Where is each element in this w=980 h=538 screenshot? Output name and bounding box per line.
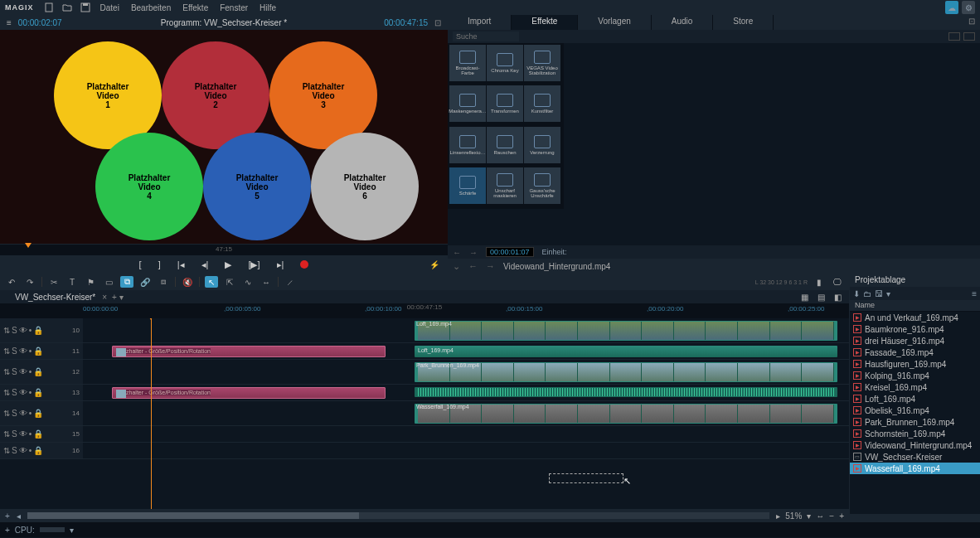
monitor-icon[interactable]: 🖵 (831, 276, 844, 288)
range-tool[interactable]: ⇱ (223, 276, 236, 288)
pointer-tool[interactable]: ↖ (205, 276, 218, 288)
mute-icon[interactable]: 🔇 (181, 276, 194, 288)
pool-item[interactable]: ▶An und Verkauf_169.mp4 (850, 312, 980, 323)
tab-add-icon[interactable]: + ▾ (112, 293, 124, 302)
ctx-collapse-icon[interactable]: ⌄ (453, 261, 460, 272)
pool-item[interactable]: ▶Videowand_Hintergrund.mp4 (850, 439, 980, 451)
group-icon[interactable]: ▭ (102, 276, 115, 288)
zoom-pct[interactable]: 51% (785, 511, 802, 521)
track-header-10[interactable]: ⇅S👁•🔒10 (0, 318, 83, 342)
fx-sharpen[interactable]: Schärfe (449, 167, 486, 204)
hscroll-left-icon[interactable]: ◂ (17, 511, 21, 521)
goto-start-icon[interactable]: |◂ (177, 259, 185, 270)
clip-park-audio[interactable] (415, 387, 837, 397)
ctx-fwd-icon[interactable]: → (486, 261, 495, 271)
param-prev-icon[interactable]: ← (453, 248, 461, 257)
param-next-icon[interactable]: → (469, 248, 478, 257)
view-grid-icon[interactable] (948, 32, 960, 41)
perf-icon[interactable]: ⚡ (429, 260, 439, 269)
pool-item[interactable]: ▶drei Häuser_916.mp4 (850, 335, 980, 347)
new-icon[interactable] (44, 2, 54, 12)
zoom-dec-icon[interactable]: − (829, 511, 834, 521)
redo-icon[interactable]: ↷ (23, 276, 36, 288)
clip-loft-audio[interactable]: Loft_169.mp4 (415, 346, 837, 357)
pool-folder-icon[interactable]: 🗀 (863, 289, 871, 298)
pool-list-icon[interactable]: ≡ (972, 289, 977, 298)
panel-close-icon[interactable]: ⊡ (963, 15, 980, 30)
track-header-16[interactable]: ⇅S👁•🔒16 (0, 443, 83, 458)
zoom-fit-icon[interactable]: ↔ (816, 511, 824, 521)
track-header-15[interactable]: ⇅S👁•🔒15 (0, 426, 83, 442)
fx-noise[interactable]: Rauschen (487, 127, 523, 163)
tracks-area[interactable]: ⇅S👁•🔒10 Loft_169.mp4 ⇅S👁•🔒11 Platzhalter… (0, 318, 849, 509)
pool-item[interactable]: ▶Schornstein_169.mp4 (850, 428, 980, 439)
h-scrollbar[interactable] (27, 512, 769, 519)
pool-save-icon[interactable]: 🖫 (875, 289, 883, 298)
fx-chromakey[interactable]: Chroma Key (487, 45, 523, 81)
save-icon[interactable] (80, 2, 90, 12)
track-header-13[interactable]: ⇅S👁•🔒13 (0, 385, 83, 400)
pool-item[interactable]: ▶Kolping_916.mp4 (850, 370, 980, 381)
tab-store[interactable]: Store (713, 15, 774, 30)
clip-wasserfall-video[interactable]: Wasserfall_169.mp4 (415, 404, 837, 424)
playhead[interactable] (151, 318, 152, 509)
close-icon[interactable]: ⊡ (434, 18, 441, 27)
tl-view-2-icon[interactable]: ▤ (814, 291, 827, 303)
zoom-inc-icon[interactable]: + (839, 511, 844, 521)
burger-icon[interactable]: ≡ (7, 18, 12, 27)
record-button[interactable] (300, 260, 308, 269)
ungroup-icon[interactable]: ⧈ (157, 276, 170, 288)
title-icon[interactable]: T (65, 276, 79, 288)
zoom-in-icon[interactable]: ▾ (807, 511, 811, 521)
tl-view-3-icon[interactable]: ◧ (831, 291, 844, 303)
track-header-11[interactable]: ⇅S👁•🔒11 (0, 343, 83, 359)
pool-item[interactable]: ▶Kreisel_169.mp4 (850, 381, 980, 393)
automation-icon[interactable]: ⟋ (284, 276, 297, 288)
clip-fx-2[interactable]: Platzhalter - Größe/Position/Rotation (112, 387, 386, 399)
pool-item[interactable]: ▶Baumkrone_916.mp4 (850, 323, 980, 335)
clip-fx-1[interactable]: Platzhalter - Größe/Position/Rotation (112, 346, 386, 357)
zoom-out-icon[interactable]: ▸ (776, 511, 780, 521)
fx-lensflare[interactable]: Linsenreflexio… (449, 127, 486, 163)
clip-park-video[interactable]: Park_Brunnen_169.mp4 (415, 362, 837, 382)
pool-more-icon[interactable]: ▾ (886, 289, 890, 298)
fx-distort[interactable]: Verzerrung (524, 127, 560, 163)
timeline-ruler[interactable]: 00:00:47:15 00:00:00:00 ,00:00:05:00 ,00… (0, 303, 849, 318)
tab-close-icon[interactable]: × (102, 293, 107, 302)
tab-import[interactable]: Import (448, 15, 512, 30)
clip-loft-video[interactable]: Loft_169.mp4 (415, 321, 837, 341)
open-icon[interactable] (62, 2, 72, 12)
preview-viewport[interactable]: PlatzhalterVideo1 PlatzhalterVideo2 Plat… (0, 30, 448, 244)
track-header-14[interactable]: ⇅S👁•🔒14 (0, 401, 83, 425)
pool-item[interactable]: ▶Loft_169.mp4 (850, 393, 980, 405)
pool-item[interactable]: ▶Obelisk_916.mp4 (850, 405, 980, 416)
preview-scrubber[interactable]: 47:15 (0, 244, 448, 255)
magnet-icon[interactable]: ⧉ (120, 276, 133, 288)
marker-icon[interactable]: ⚑ (84, 276, 97, 288)
view-list-icon[interactable] (963, 32, 975, 41)
fx-transform[interactable]: Transformen (487, 85, 523, 122)
param-timecode[interactable]: 00:00:01:07 (486, 247, 534, 257)
effects-search-input[interactable] (453, 32, 519, 41)
pool-column-name[interactable]: Name (850, 300, 980, 312)
add-track-icon[interactable]: + (5, 511, 10, 521)
meter-icon[interactable]: ▮ (813, 276, 826, 288)
menu-effects[interactable]: Effekte (182, 3, 208, 12)
pool-item[interactable]: ▶Wasserfall_169.mp4 (850, 463, 980, 474)
pool-item[interactable]: ▶Hausfiguren_169.mp4 (850, 358, 980, 370)
cut-icon[interactable]: ✂ (47, 276, 61, 288)
add-icon[interactable]: + (5, 526, 10, 535)
menu-window[interactable]: Fenster (220, 3, 248, 12)
menu-help[interactable]: Hilfe (260, 3, 276, 12)
fx-unsharpmask[interactable]: Unscharf maskieren (487, 167, 523, 204)
preview-timecode[interactable]: 00:00:02:07 (18, 18, 62, 27)
goto-end-icon[interactable]: ▸| (277, 259, 284, 270)
timeline-tab[interactable]: VW_Sechser-Kreiser*×+ ▾ (5, 292, 133, 303)
settings-button[interactable]: ⚙ (962, 1, 975, 14)
in-point-icon[interactable]: [ (139, 259, 142, 269)
pool-scrollbar[interactable] (850, 514, 980, 522)
tab-effects[interactable]: Effekte (512, 15, 578, 30)
status-dropdown-icon[interactable]: ▾ (70, 526, 74, 535)
menu-file[interactable]: Datei (100, 3, 119, 12)
out-point-icon[interactable]: ] (158, 259, 161, 269)
